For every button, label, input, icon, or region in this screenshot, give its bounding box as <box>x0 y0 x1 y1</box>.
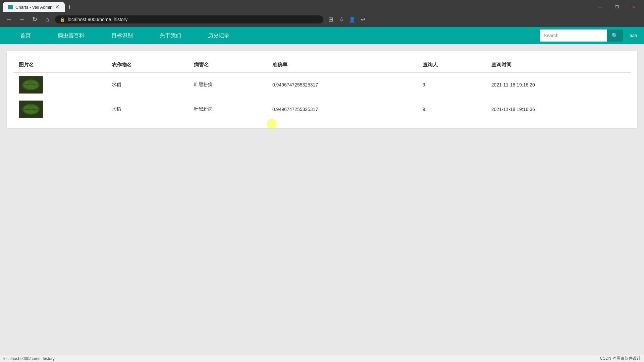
cell-disease: 叶黑粉病 <box>189 97 267 122</box>
browser-toolbar: ⊞ ☆ 👤 ↩ <box>326 15 368 24</box>
table-header-row: 图片名 农作物名 病害名 准确率 查询人 查询时间 <box>13 58 631 72</box>
col-header-querier: 查询人 <box>417 58 486 72</box>
col-header-disease: 病害名 <box>189 58 267 72</box>
nav-encyclopedia[interactable]: 病虫害百科 <box>44 27 98 44</box>
minimize-button[interactable]: — <box>592 2 608 12</box>
forward-button[interactable]: → <box>17 14 27 24</box>
search-input[interactable] <box>540 29 607 42</box>
tab-title: Charts - Vali Admin <box>15 5 52 10</box>
extensions-button[interactable]: ⊞ <box>326 15 335 24</box>
leaf-thumbnail <box>19 76 43 94</box>
leaf-svg <box>19 77 42 93</box>
home-button[interactable]: ⌂ <box>42 14 52 24</box>
cell-time: 2021-11-18 19:16:36 <box>486 97 631 122</box>
nav-history[interactable]: 历史记录 <box>195 27 243 44</box>
nav-search-area: 🔍 aaa <box>540 29 637 42</box>
history-table-card: 图片名 农作物名 病害名 准确率 查询人 查询时间 <box>7 51 637 128</box>
close-button[interactable]: ✕ <box>626 2 641 12</box>
main-navigation: 首页 病虫害百科 目标识别 关于我们 历史记录 🔍 aaa <box>0 27 644 44</box>
tab-close-button[interactable]: ✕ <box>55 4 59 10</box>
tab-favicon <box>8 5 13 9</box>
col-header-accuracy: 准确率 <box>267 58 417 72</box>
bookmark-button[interactable]: ☆ <box>337 15 346 24</box>
cell-querier: 9 <box>417 97 486 122</box>
maximize-button[interactable]: ❐ <box>609 2 625 12</box>
new-tab-button[interactable]: + <box>65 3 74 11</box>
cell-time: 2021-11-18 19:16:20 <box>486 72 631 97</box>
page-content: 图片名 农作物名 病害名 准确率 查询人 查询时间 <box>0 44 644 272</box>
cell-accuracy: 0.9496747255325317 <box>267 97 417 122</box>
search-icon: 🔍 <box>611 33 618 39</box>
history-table: 图片名 农作物名 病害名 准确率 查询人 查询时间 <box>13 58 631 121</box>
table-row: 水稻叶黑粉病0.949674725532531792021-11-18 19:1… <box>13 97 631 122</box>
col-header-crop: 农作物名 <box>106 58 189 72</box>
cell-crop: 水稻 <box>106 72 189 97</box>
more-button[interactable]: ↩ <box>358 15 368 24</box>
cell-crop: 水稻 <box>106 97 189 122</box>
nav-home[interactable]: 首页 <box>7 27 44 44</box>
col-header-image: 图片名 <box>13 58 106 72</box>
leaf-svg <box>19 101 42 117</box>
url-input[interactable] <box>68 17 319 22</box>
profile-button[interactable]: 👤 <box>347 15 357 24</box>
cell-disease: 叶黑粉病 <box>189 72 267 97</box>
security-icon: 🔒 <box>60 17 65 22</box>
address-bar[interactable]: 🔒 <box>55 15 323 23</box>
search-button[interactable]: 🔍 <box>607 29 623 42</box>
leaf-thumbnail <box>19 101 43 118</box>
col-header-time: 查询时间 <box>486 58 631 72</box>
table-row: 水稻叶黑粉病0.949674725532531792021-11-18 19:1… <box>13 72 631 97</box>
cell-querier: 9 <box>417 72 486 97</box>
browser-tab[interactable]: Charts - Vali Admin ✕ <box>3 2 65 12</box>
nav-recognition[interactable]: 目标识别 <box>98 27 146 44</box>
cell-accuracy: 0.9496747255325317 <box>267 72 417 97</box>
nav-about[interactable]: 关于我们 <box>146 27 195 44</box>
cell-image <box>13 72 106 97</box>
window-controls: — ❐ ✕ <box>592 2 641 12</box>
cell-image <box>13 97 106 122</box>
back-button[interactable]: ← <box>4 14 14 24</box>
nav-user-label: aaa <box>630 33 637 38</box>
search-box: 🔍 <box>540 29 623 42</box>
reload-button[interactable]: ↻ <box>30 14 40 24</box>
